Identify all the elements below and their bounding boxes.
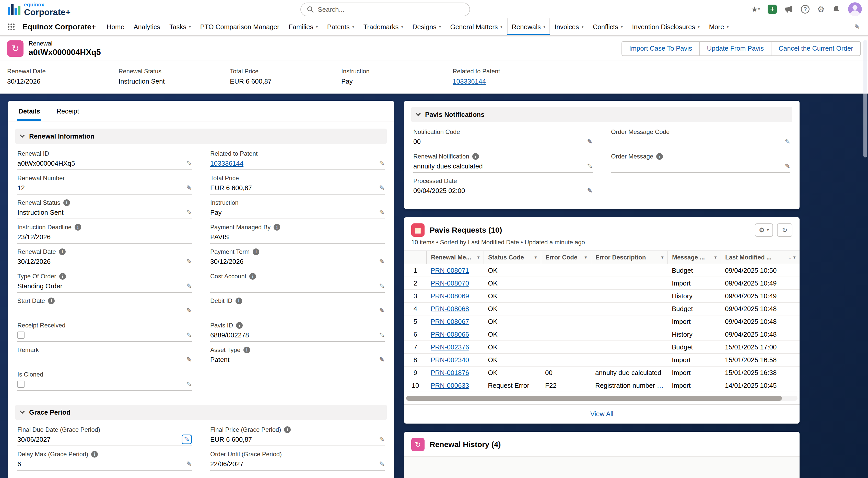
chevron-down-icon[interactable]: ▾ xyxy=(714,256,716,260)
info-icon: i xyxy=(656,153,663,160)
edit-nav-button[interactable]: ✎ xyxy=(849,19,865,35)
nav-item-tasks[interactable]: Tasks▾ xyxy=(165,19,196,35)
vertical-scrollbar[interactable] xyxy=(863,40,867,157)
edit-pencil-icon[interactable]: ✎ xyxy=(785,138,790,145)
edit-pencil-icon[interactable]: ✎ xyxy=(186,160,192,167)
info-icon: i xyxy=(274,224,280,231)
current-app-name[interactable]: Equinox Corporate+ xyxy=(20,19,102,35)
help-button[interactable]: ? xyxy=(801,5,809,13)
edit-pencil-icon[interactable]: ✎ xyxy=(186,258,192,265)
chevron-down-icon xyxy=(415,111,421,116)
refresh-button[interactable]: ↻ xyxy=(777,223,793,237)
row-number-header xyxy=(404,251,427,264)
edit-pencil-icon[interactable]: ✎ xyxy=(186,209,192,216)
edit-pencil-icon[interactable]: ✎ xyxy=(379,460,385,467)
search-input[interactable] xyxy=(318,6,463,13)
edit-pencil-icon[interactable]: ✎ xyxy=(186,307,192,314)
pavis-notifications-header[interactable]: Pavis Notifications xyxy=(411,107,793,122)
edit-pencil-icon[interactable]: ✎ xyxy=(186,460,192,467)
list-settings-button[interactable]: ⚙ ▾ xyxy=(755,223,773,237)
edit-pencil-icon[interactable]: ✎ xyxy=(587,187,593,194)
edit-pencil-icon[interactable]: ✎ xyxy=(186,381,192,388)
nav-item-pto-comparison-manager[interactable]: PTO Comparison Manager xyxy=(195,19,284,35)
section-header-grace-period[interactable]: Grace Period xyxy=(15,405,387,420)
nav-item-home[interactable]: Home xyxy=(102,19,129,35)
view-all-link[interactable]: View All xyxy=(404,405,800,423)
column-header-error-code[interactable]: Error Code▾ xyxy=(541,251,591,264)
update-from-pavis-button[interactable]: Update From Pavis xyxy=(700,41,772,56)
edit-pencil-icon[interactable]: ✎ xyxy=(379,258,385,265)
edit-pencil-icon[interactable]: ✎ xyxy=(182,435,192,444)
edit-pencil-icon[interactable]: ✎ xyxy=(379,332,385,338)
column-header-error-description[interactable]: Error Description▾ xyxy=(591,251,668,264)
field-renewal-number: Renewal Number12✎ xyxy=(18,175,192,195)
edit-pencil-icon[interactable]: ✎ xyxy=(379,283,385,289)
nav-item-conflicts[interactable]: Conflicts▾ xyxy=(588,19,628,35)
cancel-the-current-order-button[interactable]: Cancel the Current Order xyxy=(771,41,861,56)
edit-pencil-icon[interactable]: ✎ xyxy=(379,184,385,191)
chevron-down-icon[interactable]: ▾ xyxy=(535,256,537,260)
user-avatar[interactable] xyxy=(848,2,862,16)
edit-pencil-icon[interactable]: ✎ xyxy=(587,163,593,170)
favorites-star-button[interactable]: ★ ▾ xyxy=(751,5,760,14)
request-record-link[interactable]: PRN-001876 xyxy=(431,369,469,377)
notifications-button[interactable] xyxy=(832,5,840,13)
edit-pencil-icon[interactable]: ✎ xyxy=(186,184,192,191)
section-header-renewal-information[interactable]: Renewal Information xyxy=(15,128,387,144)
setup-button[interactable]: ⚙ xyxy=(817,4,825,14)
field-value-link[interactable]: 103336144 xyxy=(210,159,375,168)
nav-item-more[interactable]: More▾ xyxy=(704,19,733,35)
scrollbar-thumb[interactable] xyxy=(406,396,782,401)
table-header-row: Renewal Me...▾Status Code▾Error Code▾Err… xyxy=(404,251,800,264)
global-actions-button[interactable]: + xyxy=(768,5,777,14)
nav-item-renewals[interactable]: Renewals▾ xyxy=(507,19,550,35)
request-record-link[interactable]: PRN-008070 xyxy=(431,279,469,287)
request-record-link[interactable]: PRN-008067 xyxy=(431,318,469,325)
edit-pencil-icon[interactable]: ✎ xyxy=(186,283,192,289)
request-record-link[interactable]: PRN-008068 xyxy=(431,305,469,312)
tab-receipt[interactable]: Receipt xyxy=(56,101,80,121)
request-record-link[interactable]: PRN-002376 xyxy=(431,343,469,351)
chevron-down-icon[interactable]: ▾ xyxy=(585,256,587,260)
edit-pencil-icon[interactable]: ✎ xyxy=(186,356,192,363)
global-search[interactable] xyxy=(301,3,470,17)
edit-pencil-icon[interactable]: ✎ xyxy=(587,138,593,145)
column-header-message[interactable]: Message ...▾ xyxy=(668,251,721,264)
edit-pencil-icon[interactable]: ✎ xyxy=(186,332,192,338)
checkbox[interactable] xyxy=(18,381,25,388)
chevron-down-icon[interactable]: ▾ xyxy=(661,256,663,260)
tab-details[interactable]: Details xyxy=(18,101,41,121)
request-record-link[interactable]: PRN-000633 xyxy=(431,382,469,389)
nav-item-invoices[interactable]: Invoices▾ xyxy=(550,19,588,35)
import-case-to-pavis-button[interactable]: Import Case To Pavis xyxy=(621,41,700,56)
edit-pencil-icon[interactable]: ✎ xyxy=(379,209,385,216)
nav-item-designs[interactable]: Designs▾ xyxy=(408,19,445,35)
horizontal-scrollbar[interactable] xyxy=(406,396,798,401)
app-launcher-button[interactable] xyxy=(3,19,20,35)
edit-pencil-icon[interactable]: ✎ xyxy=(379,356,385,363)
edit-pencil-icon[interactable]: ✎ xyxy=(785,163,790,170)
checkbox[interactable] xyxy=(18,332,25,339)
nav-item-trademarks[interactable]: Trademarks▾ xyxy=(359,19,408,35)
column-header-status-code[interactable]: Status Code▾ xyxy=(484,251,541,264)
chevron-down-icon[interactable]: ▾ xyxy=(794,256,796,260)
nav-item-analytics[interactable]: Analytics xyxy=(129,19,165,35)
nav-item-general-matters[interactable]: General Matters▾ xyxy=(445,19,507,35)
edit-pencil-icon[interactable]: ✎ xyxy=(379,160,385,167)
column-header-renewal-me[interactable]: Renewal Me...▾ xyxy=(427,251,484,264)
field-label: Final Due Date (Grace Period) xyxy=(18,426,100,433)
request-record-link[interactable]: PRN-008071 xyxy=(431,267,469,274)
request-record-link[interactable]: PRN-002340 xyxy=(431,356,469,364)
nav-item-patents[interactable]: Patents▾ xyxy=(322,19,359,35)
edit-pencil-icon[interactable]: ✎ xyxy=(379,307,385,314)
request-record-link[interactable]: PRN-008066 xyxy=(431,330,469,338)
request-record-link[interactable]: PRN-008069 xyxy=(431,292,469,300)
highlight-value-link[interactable]: 103336144 xyxy=(453,78,559,85)
announcement-button[interactable] xyxy=(784,5,793,13)
chevron-down-icon[interactable]: ▾ xyxy=(477,256,479,260)
details-tabbar: DetailsReceipt xyxy=(8,101,394,121)
nav-item-invention-disclosures[interactable]: Invention Disclosures▾ xyxy=(627,19,704,35)
nav-item-families[interactable]: Families▾ xyxy=(284,19,322,35)
edit-pencil-icon[interactable]: ✎ xyxy=(379,436,385,443)
column-header-last-modified[interactable]: Last Modified ...↓▾ xyxy=(721,251,800,264)
